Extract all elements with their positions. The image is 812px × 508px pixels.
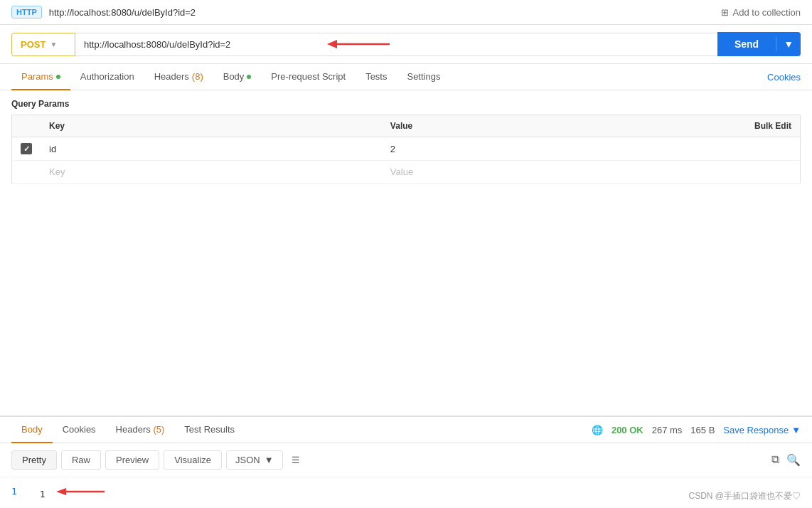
tab-params-label: Params [21, 71, 53, 82]
top-bar-left: HTTP http://localhost:8080/u/delById?id=… [11, 6, 196, 18]
col-checkbox [12, 115, 41, 137]
tab-authorization-label: Authorization [80, 71, 134, 82]
table-row: Key Value [12, 161, 801, 184]
row1-checkbox-cell[interactable] [12, 137, 41, 161]
tab-headers[interactable]: Headers (8) [144, 64, 213, 90]
tab-body-label: Body [223, 71, 245, 82]
send-label: Send [717, 32, 776, 56]
tab-settings[interactable]: Settings [397, 64, 450, 90]
tab-tests-label: Tests [365, 71, 387, 82]
tab-tests[interactable]: Tests [356, 64, 397, 90]
body-dot [247, 75, 251, 79]
table-header-row: Key Value Bulk Edit [12, 115, 801, 137]
tab-headers-count: (8) [192, 71, 203, 82]
tabs-bar: Params Authorization Headers (8) Body Pr… [0, 64, 812, 90]
row2-value-placeholder: Value [390, 166, 413, 177]
chevron-down-icon: ▼ [50, 41, 57, 48]
params-section: Query Params Key Value Bulk Edit id 2 [0, 90, 812, 184]
tab-body[interactable]: Body [213, 64, 262, 90]
method-select[interactable]: POST ▼ [11, 33, 75, 56]
tab-authorization[interactable]: Authorization [70, 64, 144, 90]
url-input[interactable] [75, 33, 717, 56]
row1-checkbox[interactable] [21, 143, 32, 154]
row2-value-cell[interactable]: Value [382, 161, 685, 184]
params-table: Key Value Bulk Edit id 2 [11, 115, 801, 184]
row2-key-placeholder: Key [49, 166, 65, 177]
col-bulk-header: Bulk Edit [685, 115, 800, 137]
row2-bulk-cell [685, 161, 800, 184]
tab-settings-label: Settings [407, 71, 440, 82]
top-bar: HTTP http://localhost:8080/u/delById?id=… [0, 0, 812, 25]
row1-value-cell[interactable]: 2 [382, 137, 685, 161]
col-key-header: Key [41, 115, 382, 137]
add-to-collection-button[interactable]: ⊞ Add to collection [721, 7, 801, 18]
row1-key-cell[interactable]: id [41, 137, 382, 161]
method-label: POST [21, 39, 46, 50]
request-bar: POST ▼ Send ▼ [0, 25, 812, 64]
tab-params[interactable]: Params [11, 64, 70, 90]
row2-checkbox-cell [12, 161, 41, 184]
tabs-right: Cookies [767, 72, 801, 83]
row1-bulk-cell [685, 137, 800, 161]
collection-icon: ⊞ [721, 7, 729, 18]
tab-pre-request[interactable]: Pre-request Script [261, 64, 356, 90]
row1-value-value: 2 [390, 144, 395, 154]
add-to-collection-label: Add to collection [733, 7, 801, 18]
row1-key-value: id [49, 144, 56, 154]
top-bar-url: http://localhost:8080/u/delById?id=2 [49, 7, 196, 18]
col-value-header: Value [382, 115, 685, 137]
http-badge: HTTP [11, 6, 42, 18]
send-dropdown-icon[interactable]: ▼ [776, 32, 801, 56]
params-dot [56, 75, 60, 79]
table-row: id 2 [12, 137, 801, 161]
row2-key-cell[interactable]: Key [41, 161, 382, 184]
cookies-link[interactable]: Cookies [767, 72, 801, 83]
tab-headers-label: Headers [154, 71, 189, 82]
tab-pre-request-label: Pre-request Script [271, 71, 346, 82]
send-button-group[interactable]: Send ▼ [717, 32, 801, 56]
query-params-title: Query Params [11, 99, 801, 109]
